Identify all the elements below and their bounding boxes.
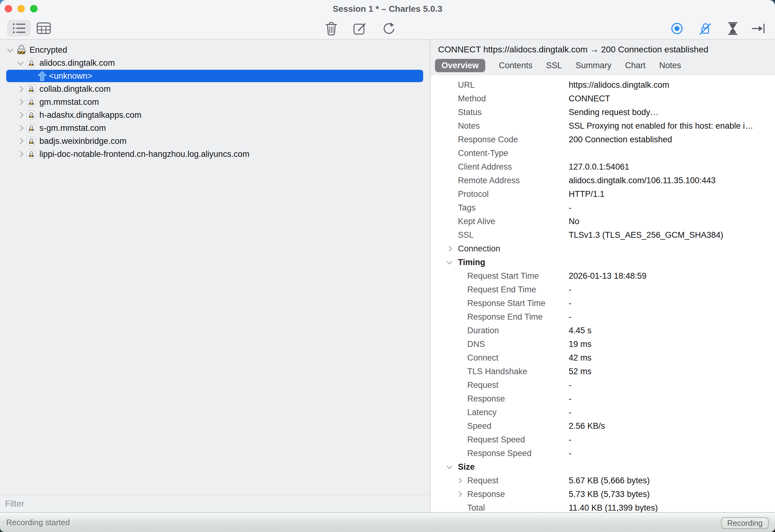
breakpoints-icon (751, 22, 766, 35)
overview-row-request-time: Request- (431, 378, 775, 392)
throttle-button[interactable] (726, 21, 740, 36)
host-lock-icon (26, 123, 36, 133)
overview-row-size-total: Total11.40 KB (11,399 bytes) (431, 501, 775, 512)
tree-row-host[interactable]: alidocs.dingtalk.com (0, 56, 430, 69)
overview-row-response-end-time: Response End Time- (431, 310, 775, 324)
chevron-down-icon[interactable] (447, 259, 452, 264)
host-lock-icon (26, 84, 36, 94)
tree-row-label: s-gm.mmstat.com (39, 123, 106, 133)
request-detail-panel: CONNECT https://alidocs.dingtalk.com → 2… (431, 40, 775, 512)
tree-row-host[interactable]: lippi-doc-notable-frontend.cn-hangzhou.l… (0, 148, 430, 161)
tab-notes[interactable]: Notes (659, 61, 681, 70)
tree-row-label: h-adashx.dingtalkapps.com (39, 110, 141, 120)
chevron-right-icon[interactable] (17, 151, 24, 157)
tree-row-label: collab.dingtalk.com (39, 84, 111, 94)
overview-section-timing[interactable]: Timing (431, 255, 775, 269)
clear-session-button[interactable] (324, 21, 338, 36)
overview-row-request-start-time: Request Start Time2026-01-13 18:48:59 (431, 269, 775, 283)
overview-row-response-time: Response- (431, 392, 775, 406)
overview-row-remote-address: Remote Addressalidocs.dingtalk.com/106.1… (431, 174, 775, 187)
structure-view-button[interactable] (7, 20, 31, 37)
request-summary-line: CONNECT https://alidocs.dingtalk.com → 2… (438, 45, 708, 55)
overview-row-response-start-time: Response Start Time- (431, 296, 775, 310)
chevron-right-icon[interactable] (457, 478, 462, 483)
chevron-right-icon[interactable] (17, 138, 24, 144)
tree-row-label: Encrypted (29, 45, 67, 55)
tree-row-label: alidocs.dingtalk.com (39, 58, 115, 68)
tree-row-label: <unknown> (49, 71, 92, 81)
overview-row-notes: NotesSSL Proxying not enabled for this h… (431, 119, 775, 133)
overview-row-size-request[interactable]: Request5.67 KB (5,666 bytes) (431, 474, 775, 487)
encrypted-lock-icon (16, 44, 27, 55)
trash-icon (325, 21, 337, 36)
tab-ssl[interactable]: SSL (546, 61, 562, 70)
recording-status-button[interactable]: Recording (721, 517, 769, 529)
tree-row-host[interactable]: s-gm.mmstat.com (0, 122, 430, 135)
tab-summary[interactable]: Summary (576, 61, 612, 70)
compose-request-button[interactable] (352, 21, 367, 36)
tab-contents[interactable]: Contents (499, 61, 532, 70)
window-title: Session 1 * – Charles 5.0.3 (0, 0, 775, 17)
refresh-icon (382, 21, 396, 36)
chevron-right-icon[interactable] (17, 112, 24, 118)
overview-row-content-type: Content-Type (431, 146, 775, 160)
chevron-right-icon[interactable] (17, 125, 24, 131)
overview-row-latency: Latency- (431, 406, 775, 419)
overview-section-connection[interactable]: Connection (431, 242, 775, 255)
tree-row-host[interactable]: h-adashx.dingtalkapps.com (0, 109, 430, 122)
overview-row-kept-alive: Kept AliveNo (431, 215, 775, 228)
overview-row-duration: Duration4.45 s (431, 324, 775, 337)
tree-row-label: lippi-doc-notable-frontend.cn-hangzhou.l… (39, 149, 249, 159)
chevron-right-icon[interactable] (17, 86, 24, 92)
chevron-right-icon[interactable] (17, 99, 24, 105)
chevron-down-icon[interactable] (7, 46, 13, 52)
breakpoints-button[interactable] (751, 22, 766, 35)
overview-table: URLhttps://alidocs.dingtalk.com MethodCO… (431, 75, 775, 512)
repeat-request-button[interactable] (381, 21, 397, 36)
tree-row-label: gm.mmstat.com (39, 97, 99, 107)
title-bar: Session 1 * – Charles 5.0.3 (0, 0, 775, 17)
tree-row-host[interactable]: gm.mmstat.com (0, 95, 430, 109)
ssl-proxying-button[interactable] (697, 21, 713, 36)
chevron-right-icon[interactable] (457, 491, 462, 497)
chevron-down-icon[interactable] (447, 463, 452, 469)
overview-row-method: MethodCONNECT (431, 92, 775, 105)
detail-header: CONNECT https://alidocs.dingtalk.com → 2… (431, 40, 775, 75)
hourglass-icon (727, 21, 739, 36)
tree-row-label: badjs.weixinbridge.com (39, 136, 127, 146)
status-message: Recording started (6, 518, 70, 527)
structure-view-icon (12, 22, 26, 34)
overview-row-client-address: Client Address127.0.0.1:54061 (431, 160, 775, 174)
tree-row-host[interactable]: badjs.weixinbridge.com (0, 135, 430, 148)
tree-row-selected-request[interactable]: <unknown> (0, 69, 430, 82)
chevron-down-icon[interactable] (17, 59, 24, 65)
tab-overview[interactable]: Overview (435, 59, 485, 72)
chevron-right-icon[interactable] (447, 246, 452, 251)
upload-arrow-icon (38, 71, 47, 81)
overview-row-response-code: Response Code200 Connection established (431, 133, 775, 146)
overview-row-response-speed: Response Speed- (431, 446, 775, 460)
record-icon (670, 21, 684, 36)
filter-input[interactable] (0, 495, 430, 512)
overview-row-dns: DNS19 ms (431, 337, 775, 351)
tab-chart[interactable]: Chart (625, 61, 646, 70)
sequence-view-button[interactable] (35, 20, 53, 37)
toolbar (0, 17, 775, 40)
overview-row-tags: Tags- (431, 201, 775, 215)
overview-row-status: StatusSending request body… (431, 105, 775, 119)
charles-window: Session 1 * – Charles 5.0.3 (0, 0, 775, 532)
overview-row-request-end-time: Request End Time- (431, 283, 775, 296)
tree-row-encrypted[interactable]: Encrypted (0, 43, 430, 56)
host-lock-icon (26, 97, 36, 107)
ssl-proxying-disabled-icon (698, 21, 713, 36)
session-tree-panel: Encrypted alidocs.dingtalk.com (0, 40, 431, 512)
session-tree: Encrypted alidocs.dingtalk.com (0, 43, 430, 161)
filter-bar (0, 494, 430, 512)
overview-row-size-response[interactable]: Response5.73 KB (5,733 bytes) (431, 487, 775, 501)
overview-row-protocol: ProtocolHTTP/1.1 (431, 187, 775, 201)
host-lock-icon (26, 136, 36, 146)
record-button[interactable] (670, 21, 684, 36)
overview-section-size[interactable]: Size (431, 460, 775, 474)
overview-row-connect: Connect42 ms (431, 351, 775, 365)
tree-row-host[interactable]: collab.dingtalk.com (0, 82, 430, 95)
